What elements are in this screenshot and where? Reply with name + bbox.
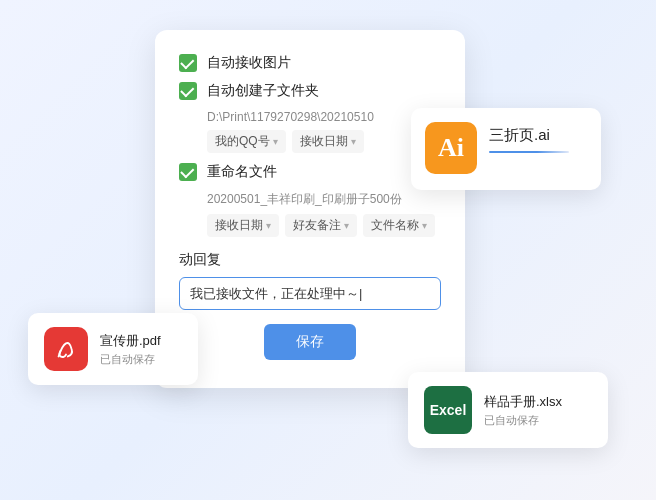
rename-example: 20200501_丰祥印刷_印刷册子500份: [207, 191, 441, 208]
excel-filename: 样品手册.xlsx: [484, 393, 562, 411]
rename-section: 20200501_丰祥印刷_印刷册子500份 接收日期 ▾ 好友备注 ▾ 文件名…: [207, 191, 441, 237]
auto-receive-row[interactable]: 自动接收图片: [179, 54, 441, 72]
auto-reply-label: 动回复: [179, 251, 441, 269]
ai-divider: [489, 151, 569, 153]
tag-filename-arrow: ▾: [422, 220, 427, 231]
rename-row[interactable]: 重命名文件: [179, 163, 441, 181]
rename-checkbox[interactable]: [179, 163, 197, 181]
auto-reply-section: 动回复 保存: [179, 251, 441, 360]
pdf-icon: [44, 327, 88, 371]
auto-create-folder-label: 自动创建子文件夹: [207, 82, 319, 100]
reply-input[interactable]: [179, 277, 441, 310]
tag-qq[interactable]: 我的QQ号 ▾: [207, 130, 286, 153]
tag-receive-date2-arrow: ▾: [266, 220, 271, 231]
ai-icon: Ai: [425, 122, 477, 174]
tag-friend-note-arrow: ▾: [344, 220, 349, 231]
pdf-file-card: 宣传册.pdf 已自动保存: [28, 313, 198, 385]
tag-friend-note[interactable]: 好友备注 ▾: [285, 214, 357, 237]
auto-create-folder-checkbox[interactable]: [179, 82, 197, 100]
excel-icon: Excel: [424, 386, 472, 434]
folder-path: D:\Print\1179270298\20210510: [207, 110, 441, 124]
ai-file-card: Ai 三折页.ai: [411, 108, 601, 190]
pdf-status: 已自动保存: [100, 352, 161, 367]
folder-tag-row: 我的QQ号 ▾ 接收日期 ▾: [207, 130, 441, 153]
auto-create-folder-row[interactable]: 自动创建子文件夹: [179, 82, 441, 100]
tag-receive-date2[interactable]: 接收日期 ▾: [207, 214, 279, 237]
auto-receive-checkbox[interactable]: [179, 54, 197, 72]
ai-filename: 三折页.ai: [489, 126, 569, 145]
tag-receive-date[interactable]: 接收日期 ▾: [292, 130, 364, 153]
pdf-info: 宣传册.pdf 已自动保存: [100, 332, 161, 367]
rename-tag-row: 接收日期 ▾ 好友备注 ▾ 文件名称 ▾: [207, 214, 441, 237]
excel-status: 已自动保存: [484, 413, 562, 428]
pdf-filename: 宣传册.pdf: [100, 332, 161, 350]
folder-path-section: D:\Print\1179270298\20210510 我的QQ号 ▾ 接收日…: [207, 110, 441, 153]
ai-info: 三折页.ai: [489, 122, 569, 153]
excel-file-card: Excel 样品手册.xlsx 已自动保存: [408, 372, 608, 448]
settings-card: 自动接收图片 自动创建子文件夹 D:\Print\1179270298\2021…: [155, 30, 465, 388]
save-button[interactable]: 保存: [264, 324, 356, 360]
tag-filename[interactable]: 文件名称 ▾: [363, 214, 435, 237]
rename-label: 重命名文件: [207, 163, 277, 181]
excel-info: 样品手册.xlsx 已自动保存: [484, 393, 562, 428]
tag-qq-arrow: ▾: [273, 136, 278, 147]
auto-receive-label: 自动接收图片: [207, 54, 291, 72]
tag-receive-date-arrow: ▾: [351, 136, 356, 147]
